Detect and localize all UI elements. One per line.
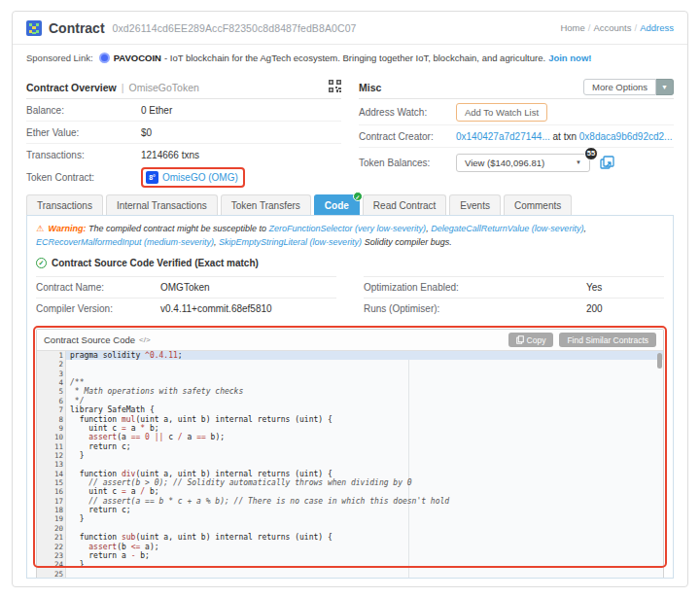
code-content[interactable]: pragma solidity ^0.4.11;/** * Math opera… — [66, 351, 663, 579]
line-number: 18 — [37, 506, 65, 514]
warning-text-segment: , — [583, 224, 586, 233]
line-number: 24 — [37, 560, 65, 569]
code-token: return a — [70, 551, 131, 560]
overview-title: Contract Overview — [26, 82, 117, 93]
detail-cell: Contract Name:OMGToken — [36, 276, 336, 298]
code-token: */ — [70, 397, 84, 405]
misc-title: Misc — [359, 82, 381, 93]
source-code-header: Contract Source Code </> Copy Find Simil… — [37, 330, 663, 351]
creator-txn-link[interactable]: 0x8daca9b6d92cd2... — [579, 131, 673, 142]
creator-address-link[interactable]: 0x140427a7d27144... — [456, 131, 550, 142]
code-line: // assert(a == b * c + a % b); // There … — [66, 497, 663, 506]
code-token: || — [155, 433, 164, 441]
code-token: } — [70, 514, 84, 523]
warning-bug-link[interactable]: DelegateCallReturnValue (low-severity) — [431, 224, 583, 233]
warning-prefix: Warning: — [49, 224, 87, 233]
omg-token-icon: 8° — [146, 171, 158, 184]
detail-value: v0.4.11+commit.68ef5810 — [160, 303, 272, 314]
page-header: Contract 0xd26114cd6EE289AccF82350c8d848… — [13, 12, 687, 45]
code-token: ; — [178, 351, 183, 360]
find-similar-contracts-button[interactable]: Find Similar Contracts — [559, 333, 656, 347]
overview-row-value: 1214666 txns — [141, 150, 199, 160]
code-token: * Math operations with safety checks — [70, 387, 243, 396]
sponsored-bar: Sponsored Link: PAVOCOIN - IoT blockchai… — [13, 45, 687, 70]
line-number: 6 — [37, 397, 65, 405]
line-number-gutter: 1234-567-8-91011121314-15161718192021-22… — [37, 351, 66, 579]
code-line: } — [66, 560, 663, 569]
more-options-button[interactable]: More Options ▼ — [583, 79, 674, 95]
code-token: library SafeMath { — [70, 405, 155, 414]
tab-token-transfers[interactable]: Token Transfers — [221, 194, 311, 215]
pavocoin-icon — [99, 53, 110, 63]
line-number: 5 — [37, 387, 65, 396]
warning-text-segment: Solidity compiler bugs. — [362, 237, 452, 247]
source-code-title: Contract Source Code — [44, 334, 135, 345]
line-number: 14- — [37, 470, 65, 478]
expand-token-view-icon[interactable] — [600, 156, 614, 170]
overview-rows: Balance:0 EtherEther Value:$0Transaction… — [26, 99, 341, 166]
overview-row: Ether Value:$0 — [26, 122, 341, 144]
breadcrumb-address[interactable]: Address — [640, 22, 674, 33]
tab-transactions[interactable]: Transactions — [26, 194, 103, 215]
code-line: return c; — [66, 442, 663, 451]
code-token: (uint a, uint b) internal returns (uint)… — [135, 533, 332, 542]
breadcrumb-home[interactable]: Home — [560, 22, 584, 33]
token-balances-dropdown[interactable]: View ($140,096.81) ▼ 55 — [456, 154, 590, 172]
warning-bug-link[interactable]: ZeroFunctionSelector (very low-severity) — [269, 224, 427, 233]
add-to-watch-list-button[interactable]: Add To Watch List — [456, 103, 547, 122]
code-token — [70, 543, 88, 551]
qr-code-icon[interactable] — [329, 80, 341, 94]
editor-scrollbar[interactable] — [657, 353, 662, 369]
detail-value: Yes — [586, 282, 664, 293]
contract-overview-panel: Contract Overview |OmiseGoToken Balance:… — [26, 76, 341, 191]
overview-row-label: Balance: — [26, 105, 141, 116]
overview-row-label: Transactions: — [26, 150, 141, 160]
overview-row-label: Ether Value: — [26, 127, 141, 138]
code-token: sub — [122, 533, 135, 542]
code-token: ^0.4.11 — [145, 351, 178, 360]
code-token: mul — [122, 415, 135, 424]
code-line: assert(a == 0 || c / a == b); — [66, 433, 663, 441]
overview-row: Transactions:1214666 txns — [26, 144, 341, 166]
contract-creator-label: Contract Creator: — [359, 131, 456, 142]
balances-caret-icon: ▼ — [576, 159, 581, 165]
detail-value: 200 — [586, 303, 664, 314]
copy-button[interactable]: Copy — [508, 333, 554, 347]
warning-bug-link[interactable]: ECRecoverMalformedInput (medium-severity… — [36, 237, 214, 247]
code-token: a — [183, 433, 196, 441]
code-token: b; — [145, 424, 158, 433]
overview-row-value: $0 — [141, 127, 152, 138]
code-line — [66, 360, 663, 369]
more-options-label[interactable]: More Options — [583, 79, 656, 95]
sponsored-join-link[interactable]: Join now! — [548, 53, 591, 63]
warning-text-segment: The compiled contract might be susceptib… — [88, 224, 269, 233]
tab-events[interactable]: Events — [449, 194, 501, 215]
line-number: 25 — [37, 570, 65, 579]
tab-code[interactable]: Code✓ — [314, 194, 360, 215]
code-line: function sub(uint a, uint b) internal re… — [66, 533, 663, 542]
code-editor[interactable]: 1234-567-8-91011121314-15161718192021-22… — [37, 351, 663, 579]
tab-comments[interactable]: Comments — [504, 194, 572, 215]
breadcrumb-accounts[interactable]: Accounts — [593, 22, 631, 33]
code-line: library SafeMath { — [66, 405, 663, 414]
code-token: // assert(a == b * c + a % b); // There … — [70, 497, 449, 506]
code-line: * Math operations with safety checks — [66, 387, 663, 396]
token-balances-value[interactable]: View ($140,096.81) — [465, 158, 544, 168]
code-line: } — [66, 514, 663, 523]
line-number: 9 — [37, 424, 65, 433]
code-line: function div(uint a, uint b) internal re… — [66, 470, 663, 478]
tab-internal-transactions[interactable]: Internal Transactions — [106, 194, 218, 215]
code-line: */ — [66, 397, 663, 405]
warning-bug-link[interactable]: SkipEmptyStringLiteral (low-severity) — [219, 237, 362, 247]
warning-triangle-icon: ⚠ — [36, 224, 44, 233]
code-token: b; — [145, 487, 158, 496]
code-token: (b — [117, 543, 130, 551]
contract-identicon — [26, 20, 42, 36]
misc-header: Misc More Options ▼ — [359, 76, 674, 99]
verified-check-icon: ✓ — [36, 258, 47, 268]
more-options-caret-icon[interactable]: ▼ — [656, 79, 674, 95]
code-glyph-icon: </> — [139, 335, 151, 344]
code-token: a — [126, 487, 140, 496]
tab-read-contract[interactable]: Read Contract — [363, 194, 446, 215]
token-contract-link[interactable]: OmiseGO (OMG) — [162, 172, 238, 183]
